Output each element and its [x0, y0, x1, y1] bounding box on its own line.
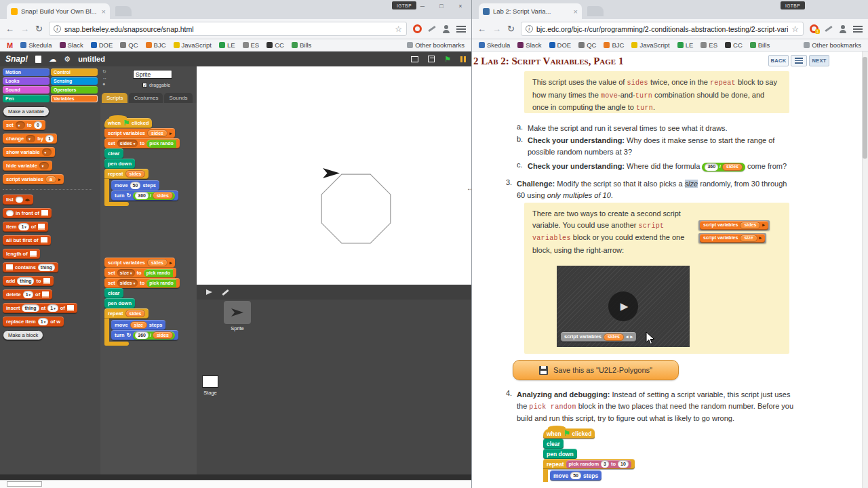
block-repeat[interactable]: repeat sides move size steps turn ↻ 360 [104, 308, 178, 346]
bookmark-javascript[interactable]: JavaScript [174, 41, 212, 49]
play-button[interactable]: ▶ [608, 291, 638, 321]
variable-dropdown[interactable] [42, 148, 52, 156]
block-input[interactable]: 1 [45, 135, 54, 142]
file-menu-icon[interactable] [35, 56, 41, 63]
bookmark-le[interactable]: LE [219, 41, 235, 49]
variable-oval[interactable]: a [45, 176, 56, 183]
variable-oval[interactable]: size [130, 321, 147, 329]
block-clear[interactable]: clear [104, 148, 123, 159]
tab-close-icon[interactable]: × [102, 7, 106, 16]
list-input-icon[interactable] [42, 291, 49, 298]
block-division[interactable]: 360 / sides [133, 331, 175, 340]
block-pick-random[interactable]: pick rando [146, 140, 176, 148]
category-looks[interactable]: Looks [3, 77, 50, 85]
list-input-icon[interactable] [41, 237, 47, 243]
variable-oval[interactable]: sides [147, 259, 167, 266]
tab-close-icon[interactable]: × [574, 7, 578, 16]
page-scrollbar[interactable] [862, 52, 868, 488]
back-icon[interactable]: ← [477, 24, 486, 34]
expand-stage-icon[interactable] [428, 56, 435, 62]
block-division[interactable]: 360 / sides [133, 192, 175, 200]
url-text[interactable]: snap.berkeley.edu/snapsource/snap.html [64, 25, 391, 33]
bookmark-skedula[interactable]: Skedula [479, 41, 510, 49]
index-dropdown[interactable]: 1 [38, 318, 48, 325]
index-dropdown[interactable]: 1 [23, 291, 33, 298]
video-player[interactable]: ▶ script variables sides ◂ ▸ [557, 266, 690, 347]
block-delete-of-list[interactable]: delete 1 of [3, 289, 52, 300]
bookmark-cc[interactable]: CC [725, 41, 743, 49]
bookmark-doe[interactable]: DOE [91, 41, 113, 49]
pause-button[interactable] [460, 56, 466, 62]
back-page-button[interactable]: BACK [768, 55, 789, 66]
block-script-variables[interactable]: script variables sides ▸ [104, 258, 175, 268]
horizontal-scrollbar[interactable] [0, 474, 471, 480]
page-info-icon[interactable]: i [526, 25, 533, 33]
paint-sprite-icon[interactable] [222, 289, 229, 295]
bookmark-slack[interactable]: Slack [60, 41, 83, 49]
index-dropdown[interactable]: 1 [47, 304, 58, 312]
browser-menu-icon[interactable] [853, 26, 863, 33]
expand-arrow-icon[interactable]: ▸ [170, 131, 172, 136]
bookmark-qc[interactable]: QC [120, 41, 138, 49]
make-a-variable-button[interactable]: Make a variable [3, 106, 50, 117]
variable-oval[interactable]: sides [153, 192, 173, 199]
page-info-icon[interactable]: i [54, 25, 61, 33]
variable-oval[interactable]: sides [153, 331, 173, 339]
new-turtle-icon[interactable] [206, 289, 212, 295]
list-input-icon[interactable] [43, 278, 50, 284]
block-input[interactable]: 360 [135, 331, 149, 339]
block-all-but-first[interactable]: all but first of [3, 235, 51, 245]
block-input[interactable]: thing [38, 264, 55, 271]
variable-dropdown[interactable] [16, 121, 25, 129]
sprite-name-input[interactable]: Sprite [133, 70, 172, 79]
variable-dropdown[interactable] [26, 135, 35, 142]
profile-icon[interactable] [839, 25, 847, 33]
script-2[interactable]: script variables sides ▸ set size to pic… [104, 258, 180, 346]
bookmark-javascript[interactable]: JavaScript [631, 41, 669, 49]
block-hide-variable[interactable]: hide variable [3, 161, 52, 171]
block-pen-down[interactable]: pen down [104, 298, 135, 308]
bookmark-es[interactable]: ES [701, 41, 717, 49]
variable-oval[interactable]: sides [125, 310, 146, 317]
list-input-icon[interactable] [6, 264, 13, 270]
profile-icon[interactable] [442, 25, 450, 33]
list-input-icon[interactable] [30, 251, 37, 257]
list-input-icon[interactable] [38, 224, 45, 230]
stage-thumbnail[interactable] [202, 375, 218, 388]
bookmark-slack[interactable]: Slack [517, 41, 541, 49]
block-add-to-list[interactable]: add thing to [3, 276, 54, 286]
block-set-size[interactable]: set size to pick rando [104, 268, 176, 278]
block-input[interactable]: thing [22, 304, 39, 312]
block-set-variable[interactable]: set to 0 [3, 120, 45, 130]
new-tab-button[interactable] [587, 6, 604, 16]
block-set-sides[interactable]: set sides to pick rando [104, 278, 180, 288]
variable-oval[interactable]: sides [147, 129, 167, 137]
block-input[interactable]: 50 [130, 182, 141, 189]
block-input[interactable] [6, 210, 14, 216]
block-script-variables[interactable]: script variables a ▸ [3, 174, 64, 184]
index-dropdown[interactable]: 1 [18, 223, 28, 230]
rotation-style-buttons[interactable]: ↻↔● [102, 69, 107, 87]
variable-dropdown[interactable]: sides [117, 140, 138, 147]
category-variables[interactable]: Variables [51, 95, 98, 102]
category-motion[interactable]: Motion [3, 68, 50, 76]
block-input[interactable]: 360 [135, 192, 149, 199]
tab-snap[interactable]: Snap! Build Your Own Bl... × [7, 3, 110, 19]
block-turn-degrees[interactable]: turn ↻ 360 / sides [111, 330, 178, 340]
new-tab-button[interactable] [115, 6, 132, 16]
bookmark-cc[interactable]: CC [267, 41, 284, 49]
block-insert-at-list[interactable]: insert thing at 1 of [3, 303, 77, 313]
close-button[interactable]: × [451, 0, 470, 12]
expand-arrow-icon[interactable]: ▸ [58, 177, 61, 182]
make-a-block-button[interactable]: Make a block [3, 330, 43, 340]
variable-dropdown[interactable]: sides [117, 279, 138, 287]
block-replace-item[interactable]: replace item 1 of w [3, 317, 64, 327]
block-move-steps[interactable]: move 50 steps [111, 180, 159, 190]
block-move-steps[interactable]: move size steps [111, 320, 165, 330]
block-input[interactable] [16, 197, 23, 203]
back-icon[interactable]: ← [5, 24, 14, 34]
script-1[interactable]: when ⚑ clicked script variables sides ▸ … [104, 118, 180, 206]
block-repeat[interactable]: repeat sides move 50 steps turn ↻ 360 [104, 169, 178, 206]
block-input[interactable]: thing [17, 277, 34, 285]
block-pen-down[interactable]: pen down [104, 159, 135, 169]
